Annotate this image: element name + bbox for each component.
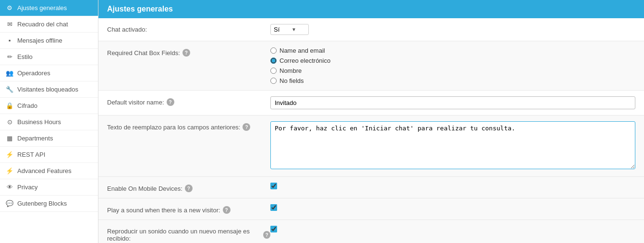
chat-activado-row: Chat activado: Sí No ▼ (98, 18, 644, 41)
sidebar-item-ajustes-generales[interactable]: ⚙ Ajustes generales (0, 0, 98, 16)
help-icon-6[interactable]: ? (263, 231, 270, 239)
chat-activado-select-wrapper[interactable]: Sí No ▼ (270, 24, 309, 35)
sidebar-item-mensajes-offline[interactable]: ▪ Mensajes offline (0, 33, 98, 49)
reproducir-sonido-label: Reproducir un sonido cuando un nuevo men… (107, 226, 270, 242)
sidebar-item-label: Cifrado (17, 102, 37, 109)
radio-name-email-input[interactable] (270, 47, 277, 54)
radio-correo-input[interactable] (270, 58, 277, 64)
enable-mobile-checkbox[interactable] (270, 183, 277, 189)
sidebar-item-advanced-features[interactable]: ⚡ Advanced Features (0, 163, 98, 179)
sidebar-item-label: Advanced Features (17, 167, 72, 174)
radio-group-required-fields: Name and email Correo electrónico Nombre… (270, 47, 635, 84)
sidebar-item-business-hours[interactable]: ⊙ Business Hours (0, 114, 98, 130)
main-content: Ajustes generales Chat activado: Sí No ▼ (98, 0, 644, 243)
departments-icon: ▦ (6, 135, 13, 142)
sidebar-item-label: Operadores (17, 69, 50, 77)
sidebar-item-rest-api[interactable]: ⚡ REST API (0, 147, 98, 163)
sidebar-item-cifrado[interactable]: 🔒 Cifrado (0, 98, 98, 114)
enable-mobile-row: Enable On Mobile Devices: ? (98, 177, 644, 198)
texto-reemplazo-textarea[interactable]: Por favor, haz clic en 'Iniciar chat' pa… (270, 121, 635, 169)
offline-icon: ▪ (6, 37, 13, 44)
chat-activado-control: Sí No ▼ (270, 24, 635, 35)
sidebar-item-label: Estilo (17, 53, 33, 60)
default-visitor-name-input[interactable] (270, 96, 635, 109)
enable-mobile-control (270, 183, 635, 191)
help-icon-3[interactable]: ? (243, 123, 250, 131)
radio-nombre[interactable]: Nombre (270, 67, 635, 74)
lock-icon: 🔒 (6, 102, 13, 109)
sidebar-item-estilo[interactable]: ✏ Estilo (0, 49, 98, 65)
radio-no-fields-input[interactable] (270, 78, 277, 84)
sidebar-item-recuadro-del-chat[interactable]: ✉ Recuadro del chat (0, 16, 98, 33)
chat-activado-select[interactable]: Sí No (274, 26, 290, 33)
radio-correo[interactable]: Correo electrónico (270, 57, 635, 64)
chat-activado-label: Chat activado: (107, 24, 270, 33)
help-icon-5[interactable]: ? (223, 206, 231, 214)
default-visitor-name-label: Default visitor name: ? (107, 96, 270, 106)
sidebar-item-privacy[interactable]: 👁 Privacy (0, 179, 98, 196)
sidebar-item-label: REST API (17, 151, 45, 158)
sidebar-item-label: Business Hours (17, 118, 61, 126)
sidebar-item-visitantes-bloqueados[interactable]: 🔧 Visitantes bloqueados (0, 81, 98, 98)
default-visitor-name-control (270, 96, 635, 109)
reproducir-sonido-row: Reproducir un sonido cuando un nuevo men… (98, 220, 644, 243)
form-section: Chat activado: Sí No ▼ Required Chat Box… (98, 18, 644, 243)
sidebar-item-label: Ajustes generales (17, 4, 67, 12)
gear-icon: ⚙ (6, 4, 13, 12)
sidebar-item-label: Departments (17, 135, 53, 142)
pencil-icon: ✏ (6, 53, 13, 60)
play-sound-visitor-checkbox[interactable] (270, 204, 277, 211)
sidebar-item-gutenberg-blocks[interactable]: 💬 Gutenberg Blocks (0, 196, 98, 212)
reproducir-sonido-control (270, 226, 635, 234)
required-chat-box-fields-row: Required Chat Box Fields: ? Name and ema… (98, 41, 644, 91)
play-sound-visitor-label: Play a sound when there is a new visitor… (107, 204, 270, 214)
sidebar-item-operadores[interactable]: 👥 Operadores (0, 65, 98, 81)
sidebar-item-label: Recuadro del chat (17, 21, 68, 28)
play-sound-visitor-control (270, 204, 635, 212)
email-icon: ✉ (6, 21, 13, 28)
help-icon-2[interactable]: ? (167, 98, 174, 106)
wrench-icon: 🔧 (6, 86, 13, 93)
clock-icon: ⊙ (6, 118, 13, 126)
radio-nombre-input[interactable] (270, 68, 277, 74)
radio-no-fields[interactable]: No fields (270, 77, 635, 84)
sidebar-item-label: Mensajes offline (17, 37, 62, 44)
required-fields-label: Required Chat Box Fields: ? (107, 47, 270, 57)
sidebar-item-label: Visitantes bloqueados (17, 86, 78, 93)
radio-name-email[interactable]: Name and email (270, 47, 635, 54)
texto-reemplazo-label: Texto de reemplazo para los campos anter… (107, 121, 270, 131)
enable-mobile-label: Enable On Mobile Devices: ? (107, 183, 270, 192)
sidebar-item-label: Gutenberg Blocks (17, 200, 67, 207)
default-visitor-name-row: Default visitor name: ? (98, 91, 644, 116)
chevron-down-icon: ▼ (292, 27, 296, 32)
eye-icon: 👁 (6, 184, 13, 191)
required-fields-control: Name and email Correo electrónico Nombre… (270, 47, 635, 84)
reproducir-sonido-checkbox[interactable] (270, 226, 277, 232)
api-icon: ⚡ (6, 151, 13, 158)
texto-reemplazo-row: Texto de reemplazo para los campos anter… (98, 116, 644, 177)
help-icon[interactable]: ? (182, 49, 190, 57)
sidebar-item-label: Privacy (17, 184, 38, 191)
gutenberg-icon: 💬 (6, 200, 13, 207)
play-sound-visitor-row: Play a sound when there is a new visitor… (98, 198, 644, 220)
sidebar: ⚙ Ajustes generales ✉ Recuadro del chat … (0, 0, 98, 243)
sidebar-item-departments[interactable]: ▦ Departments (0, 130, 98, 147)
advanced-icon: ⚡ (6, 167, 13, 174)
texto-reemplazo-control: Por favor, haz clic en 'Iniciar chat' pa… (270, 121, 635, 171)
users-icon: 👥 (6, 69, 13, 77)
help-icon-4[interactable]: ? (185, 185, 193, 192)
page-title: Ajustes generales (98, 0, 644, 18)
